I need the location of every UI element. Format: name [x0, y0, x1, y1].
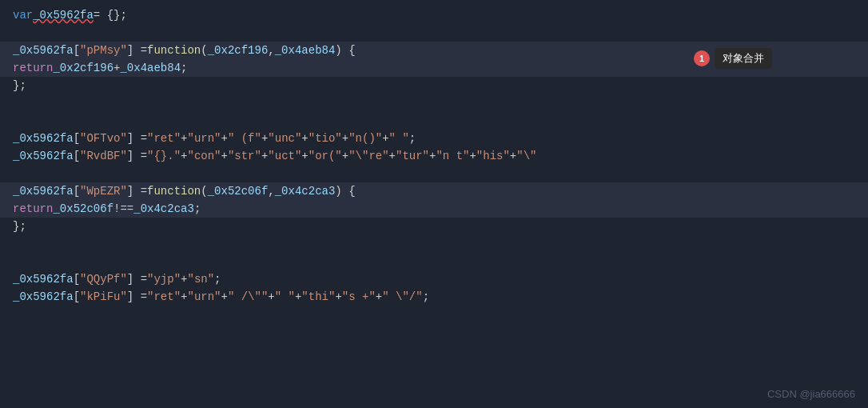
- code-line: [0, 112, 868, 130]
- code-line: };: [0, 218, 868, 235]
- watermark: CSDN @jia666666: [767, 388, 855, 400]
- token-str: "sn": [187, 273, 214, 286]
- token-plain: +: [221, 290, 228, 303]
- token-plain: ) {: [335, 44, 355, 57]
- token-plain: };: [13, 220, 26, 233]
- token-plain: +: [469, 150, 476, 162]
- token-str: "urn": [187, 132, 221, 145]
- token-plain: +: [295, 290, 301, 303]
- code-line: [0, 253, 868, 270]
- token-str: " ": [389, 132, 409, 145]
- token-plain: = {};: [94, 9, 127, 22]
- token-plain: +: [301, 132, 308, 145]
- token-kw-function: function: [147, 185, 201, 198]
- code-line: [0, 94, 868, 112]
- code-line: };: [0, 77, 868, 94]
- token-plain: ,: [268, 44, 274, 57]
- token-plain: +: [510, 150, 516, 162]
- token-plain: +: [342, 150, 348, 162]
- token-plain: +: [181, 150, 187, 162]
- token-param: _0x2cf196: [208, 44, 269, 57]
- token-str: "OFTvo": [80, 132, 127, 145]
- token-str: " ": [275, 290, 295, 303]
- code-line: [0, 165, 868, 182]
- tooltip-container: 1 对象合并: [694, 48, 772, 69]
- token-plain: +: [268, 290, 274, 303]
- token-str: "or(": [309, 150, 342, 162]
- token-param: _0x2cf196: [53, 62, 113, 74]
- code-line: [0, 235, 868, 253]
- token-str: "pPMsy": [80, 44, 127, 57]
- token-plain: [: [74, 185, 80, 198]
- token-plain: ;: [181, 62, 187, 74]
- token-plain: +: [181, 132, 187, 145]
- code-line: _0x5962fa["kPiFu"] = "ret" + "urn" + " /…: [0, 288, 868, 306]
- token-str: "RvdBF": [80, 150, 127, 162]
- token-plain: [: [74, 44, 80, 57]
- token-param: _0x4aeb84: [120, 62, 181, 74]
- token-param: _0x4c2ca3: [275, 185, 336, 198]
- token-plain: [: [74, 150, 80, 162]
- token-plain: [: [74, 132, 80, 145]
- token-obj: _0x5962fa: [13, 273, 74, 286]
- token-str: "n t": [436, 150, 469, 162]
- token-plain: +: [221, 150, 228, 162]
- code-line: return _0x52c06f !== _0x4c2ca3;: [0, 200, 868, 218]
- token-kw-function: function: [147, 44, 201, 57]
- token-plain: ;: [214, 273, 221, 286]
- token-kw-return: return: [13, 62, 53, 74]
- token-str: "tur": [396, 150, 429, 162]
- code-line: var _0x5962fa = {};: [0, 6, 868, 24]
- token-plain: ] =: [127, 290, 147, 303]
- token-plain: +: [261, 150, 268, 162]
- token-underline-var: _0x5962fa: [33, 9, 94, 22]
- token-str: "his": [476, 150, 510, 162]
- token-param: _0x4c2ca3: [133, 202, 194, 215]
- token-kw-return: return: [13, 202, 53, 215]
- code-line: _0x5962fa["RvdBF"] = "{}." + "con" + "st…: [0, 147, 868, 165]
- token-plain: +: [342, 132, 348, 145]
- code-line: _0x5962fa["OFTvo"] = "ret" + "urn" + " (…: [0, 130, 868, 147]
- token-str: " (f": [228, 132, 261, 145]
- token-str: "\": [516, 150, 536, 162]
- token-plain: +: [376, 290, 382, 303]
- token-plain: ;: [423, 290, 429, 303]
- token-kw-var: var: [13, 9, 33, 22]
- token-str: "QQyPf": [80, 273, 127, 286]
- token-plain: +: [181, 290, 187, 303]
- token-plain: +: [429, 150, 436, 162]
- token-param: _0x4aeb84: [275, 44, 336, 57]
- token-plain: ] =: [127, 150, 147, 162]
- token-str: "s +": [342, 290, 376, 303]
- token-plain: +: [221, 132, 228, 145]
- token-plain: +: [181, 273, 187, 286]
- token-plain: +: [335, 290, 341, 303]
- token-plain: (: [201, 185, 207, 198]
- token-str: "str": [228, 150, 261, 162]
- token-param: _0x52c06f: [208, 185, 269, 198]
- token-plain: ] =: [127, 132, 147, 145]
- token-str: "urn": [187, 290, 221, 303]
- token-plain: [: [74, 273, 80, 286]
- token-str: "ret": [147, 132, 181, 145]
- token-str: "con": [187, 150, 221, 162]
- token-str: " \"/": [382, 290, 422, 303]
- token-str: "thi": [301, 290, 335, 303]
- token-str: "kPiFu": [80, 290, 127, 303]
- code-line: _0x5962fa["QQyPf"] = "yjp" + "sn";: [0, 270, 868, 288]
- token-plain: ] =: [127, 185, 147, 198]
- token-plain: ;: [409, 132, 416, 145]
- token-plain: ] =: [127, 44, 147, 57]
- token-plain: ,: [268, 185, 274, 198]
- tooltip-label: 对象合并: [715, 48, 772, 69]
- token-obj: _0x5962fa: [13, 185, 74, 198]
- token-plain: +: [389, 150, 396, 162]
- token-obj: _0x5962fa: [13, 150, 74, 162]
- token-plain: };: [13, 79, 26, 92]
- token-str: "WpEZR": [80, 185, 127, 198]
- token-plain: [: [74, 290, 80, 303]
- token-obj: _0x5962fa: [13, 44, 74, 57]
- token-plain: +: [382, 132, 388, 145]
- token-str: "{}.": [147, 150, 181, 162]
- token-obj: _0x5962fa: [13, 290, 74, 303]
